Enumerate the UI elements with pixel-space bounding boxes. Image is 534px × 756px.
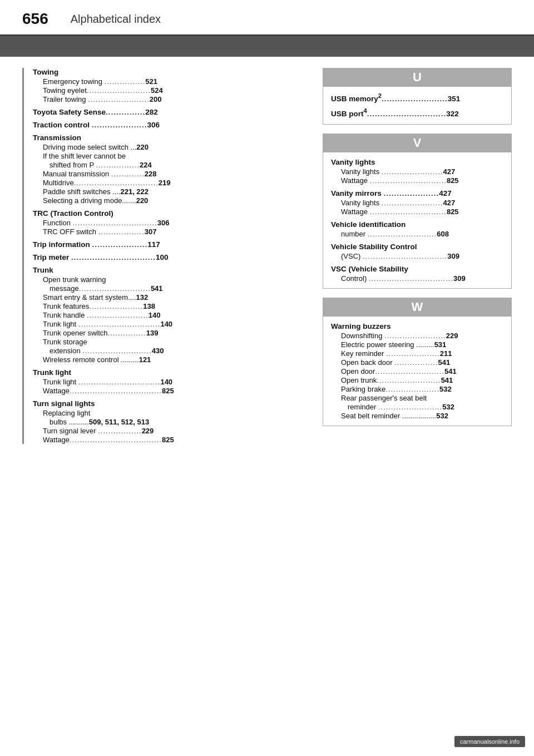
entry-vanity-mirrors: Vanity mirrors .....................427 <box>331 189 505 197</box>
entry-driving-mode: Driving mode select switch ...220 <box>33 143 312 151</box>
entry-message: message............................541 <box>33 284 312 293</box>
entry-trunk-opener-switch: Trunk opener switch...............139 <box>33 329 312 337</box>
entry-trunk-features: Trunk features.....................138 <box>33 302 312 310</box>
entry-trc: TRC (Traction Control) <box>33 209 312 218</box>
entry-vehicle-identification: Vehicle identification <box>331 220 505 229</box>
page-title: Alphabetical index <box>71 13 161 26</box>
section-box-w: Warning buzzers Downshifting ...........… <box>323 317 512 426</box>
entry-trailer-towing: Trailer towing ........................2… <box>33 95 312 103</box>
entry-towing-eyelet: Towing eyelet.........................52… <box>33 86 312 95</box>
entry-trc-off-switch: TRC OFF switch ..................307 <box>33 228 312 236</box>
entry-vehicle-stability-control: Vehicle Stability Control <box>331 243 505 251</box>
entry-usb-port: USB port4..............................3… <box>331 107 505 118</box>
entry-usb-memory: USB memory2.........................351 <box>331 92 505 103</box>
dark-band <box>0 36 534 57</box>
entry-smart-entry: Smart entry & start system....132 <box>33 293 312 302</box>
entry-warning-buzzers: Warning buzzers <box>331 322 505 330</box>
entry-trunk-storage: Trunk storage <box>33 338 312 346</box>
entry-transmission: Transmission <box>33 134 312 142</box>
entry-vanity-mirrors-lights: Vanity lights ........................42… <box>331 199 505 207</box>
entry-trunk-light-wattage: Wattage.................................… <box>33 387 312 395</box>
page-number: 656 <box>22 10 48 28</box>
entry-open-door: Open door...........................541 <box>331 367 505 375</box>
entry-electric-power-steering: Electric power steering .........531 <box>331 340 505 349</box>
entry-trunk-light-page: Trunk light ............................… <box>33 378 312 386</box>
entry-turn-signal-lever: Turn signal lever .................229 <box>33 427 312 435</box>
entry-vanity-mirrors-wattage: Wattage ..............................82… <box>331 207 505 216</box>
right-column: U USB memory2.........................35… <box>323 68 512 444</box>
page-header: 656 Alphabetical index <box>0 0 534 36</box>
entry-trunk-light-main: Trunk light <box>33 368 312 377</box>
entry-turn-signal-lights: Turn signal lights <box>33 399 312 408</box>
entry-bulbs: bulbs ..........509, 511, 512, 513 <box>33 418 312 426</box>
section-header-v: V <box>323 134 512 152</box>
section-box-u: USB memory2.........................351 … <box>323 87 512 125</box>
entry-shifted-from-p: shifted from P .................224 <box>33 161 312 169</box>
entry-turn-signal-wattage: Wattage.................................… <box>33 436 312 444</box>
entry-trunk: Trunk <box>33 266 312 274</box>
section-header-w: W <box>323 298 512 317</box>
entry-traction-control: Traction control .....................30… <box>33 121 312 129</box>
entry-vin-number: number ...........................608 <box>331 230 505 238</box>
entry-vanity-lights-wattage: Wattage ..............................82… <box>331 176 505 185</box>
left-column: Towing Emergency towing ................… <box>22 68 312 444</box>
entry-downshifting: Downshifting ........................229 <box>331 332 505 340</box>
entry-paddle-shift: Paddle shift switches ....221, 222 <box>33 187 312 196</box>
entry-vanity-lights-sub: Vanity lights ........................42… <box>331 167 505 176</box>
entry-wireless-remote: Wireless remote control .........121 <box>33 355 312 364</box>
entry-rear-passenger-seatbelt: Rear passenger's seat belt <box>331 394 505 402</box>
entry-trip-information: Trip information .....................11… <box>33 240 312 249</box>
entry-toyota-safety-sense: Toyota Safety Sense...............282 <box>33 108 312 116</box>
section-header-u: U <box>323 68 512 87</box>
entry-key-reminder: Key reminder .....................211 <box>331 349 505 358</box>
entry-vsc-main: VSC (Vehicle Stability <box>331 265 505 273</box>
entry-trunk-handle: Trunk handle ........................140 <box>33 311 312 319</box>
entry-manual-transmission: Manual transmission .............228 <box>33 170 312 178</box>
section-box-v: Vanity lights Vanity lights ............… <box>323 152 512 289</box>
content-area: Towing Emergency towing ................… <box>0 57 534 455</box>
entry-open-trunk-warning2: Open trunk.........................541 <box>331 376 505 384</box>
entry-vsc-sub: (VSC) .................................3… <box>331 252 505 260</box>
entry-vanity-lights: Vanity lights <box>331 158 505 166</box>
entry-shift-lever: If the shift lever cannot be <box>33 152 312 160</box>
entry-towing: Towing <box>33 68 312 76</box>
watermark: carmanualsonline.info <box>454 736 525 747</box>
entry-replacing-light: Replacing light <box>33 409 312 417</box>
entry-seat-belt-reminder: Seat belt reminder .................532 <box>331 412 505 420</box>
entry-emergency-towing: Emergency towing ................521 <box>33 77 312 86</box>
entry-vsc-control: Control) ...............................… <box>331 274 505 283</box>
entry-selecting-driving-mode: Selecting a driving mode.......220 <box>33 196 312 205</box>
entry-parking-brake: Parking brake.....................532 <box>331 385 505 393</box>
entry-trunk-light-sub: Trunk light ............................… <box>33 320 312 328</box>
entry-open-trunk-warning: Open trunk warning <box>33 275 312 284</box>
entry-reminder: reminder .........................532 <box>331 403 505 411</box>
entry-multidrive: Multidrive..............................… <box>33 179 312 187</box>
entry-trunk-storage-extension: extension ...........................430 <box>33 347 312 355</box>
entry-trip-meter: Trip meter .............................… <box>33 253 312 261</box>
entry-trc-function: Function ...............................… <box>33 219 312 227</box>
entry-open-back-door: Open back door .................541 <box>331 358 505 367</box>
